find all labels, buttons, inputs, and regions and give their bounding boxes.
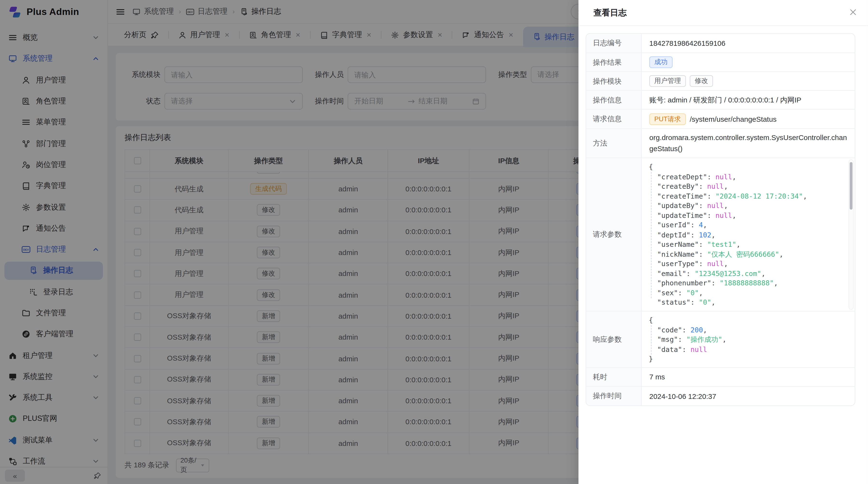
code-line: "code": 200, — [649, 325, 855, 334]
field-value-result: 成功 — [642, 53, 855, 71]
json-code-block: { "createDept": null, "createBy": null, … — [642, 158, 855, 307]
code-line: "msg": "操作成功", — [649, 334, 855, 344]
json-code-block: { "code": 200, "msg": "操作成功", "data": nu… — [642, 312, 855, 364]
field-value-info: 账号: admin / 研发部门 / 0:0:0:0:0:0:0:1 / 内网I… — [642, 91, 855, 109]
code-line: "phonenumber": "18888888888", — [649, 278, 855, 288]
code-line: "status": "0", — [649, 298, 855, 307]
code-line: "userType": null, — [649, 259, 855, 268]
code-line: { — [649, 315, 855, 325]
code-line: "createBy": null, — [649, 182, 855, 191]
screen: Plus Admin 概览系统管理用户管理角色管理菜单管理部门管理岗位管理字典管… — [0, 0, 868, 484]
field-label-duration: 耗时 — [586, 368, 642, 386]
drawer-title: 查看日志 — [593, 7, 627, 18]
field-label-time: 操作时间 — [586, 387, 642, 406]
response-params-cell: { "code": 200, "msg": "操作成功", "data": nu… — [642, 312, 855, 367]
code-line: "createTime": "2024-08-12 17:20:34", — [649, 191, 855, 201]
code-line: { — [649, 162, 855, 172]
field-label-module: 操作模块 — [586, 72, 642, 90]
action-tag: 修改 — [690, 75, 713, 87]
request-path: /system/user/changeStatus — [690, 115, 777, 123]
status-badge: 成功 — [649, 56, 673, 68]
field-value-time: 2024-10-06 12:20:37 — [642, 387, 855, 406]
view-log-drawer: 查看日志 日志编号 1842781986426159106 操作结果 成功 操作… — [579, 0, 868, 484]
field-value-module: 用户管理 修改 — [642, 72, 855, 90]
module-tag: 用户管理 — [649, 75, 686, 87]
code-line: "data": null — [649, 345, 855, 354]
code-line: "sex": "0", — [649, 288, 855, 297]
field-label-method: 方法 — [586, 129, 642, 158]
field-label-info: 操作信息 — [586, 91, 642, 109]
code-line: "email": "12345@1253.com", — [649, 268, 855, 278]
indent-guide — [651, 172, 651, 298]
field-label-req-params: 请求参数 — [586, 158, 642, 311]
scrollbar-track — [849, 159, 854, 310]
close-icon[interactable] — [849, 8, 858, 17]
field-label-resp-params: 响应参数 — [586, 312, 642, 367]
field-value-log-id: 1842781986426159106 — [642, 34, 855, 53]
field-value-duration: 7 ms — [642, 368, 855, 386]
field-label-log-id: 日志编号 — [586, 34, 642, 53]
field-label-result: 操作结果 — [586, 53, 642, 71]
code-line: "updateBy": null, — [649, 201, 855, 211]
field-value-method: org.dromara.system.controller.system.Sys… — [642, 129, 855, 158]
code-line: "userId": 4, — [649, 220, 855, 230]
indent-guide — [651, 325, 651, 354]
drawer-header: 查看日志 — [579, 0, 868, 26]
code-line: "updateTime": null, — [649, 211, 855, 220]
log-detail-table: 日志编号 1842781986426159106 操作结果 成功 操作模块 用户… — [586, 33, 855, 406]
field-label-request: 请求信息 — [586, 109, 642, 128]
code-line: "deptId": 102, — [649, 230, 855, 239]
scrollbar-thumb[interactable] — [850, 162, 852, 209]
code-line: "userName": "test1", — [649, 239, 855, 249]
code-line: "createDept": null, — [649, 172, 855, 182]
code-line: } — [649, 354, 855, 364]
request-params-cell: { "createDept": null, "createBy": null, … — [642, 158, 855, 311]
code-line: "nickName": "仅本人 密码666666", — [649, 249, 855, 259]
http-method-tag: PUT请求 — [649, 113, 686, 125]
field-value-request: PUT请求 /system/user/changeStatus — [642, 109, 855, 128]
